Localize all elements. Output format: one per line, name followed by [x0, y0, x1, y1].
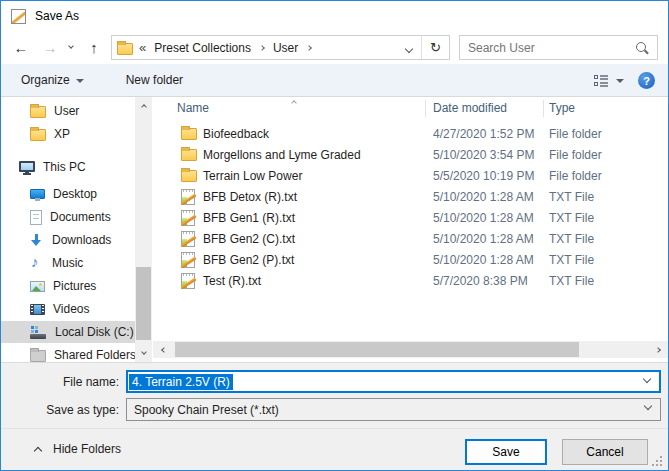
sidebar-item-music[interactable]: Music: [1, 252, 135, 274]
file-rows: Biofeedback4/27/2020 1:52 PMFile folder …: [153, 124, 668, 292]
command-toolbar: Organize New folder ?: [1, 64, 668, 97]
file-list: Name Date modified Type Biofeedback4/27/…: [153, 97, 668, 362]
folder-icon: [117, 43, 133, 55]
scroll-up-icon[interactable]: [135, 97, 152, 114]
text-file-icon: [181, 231, 195, 247]
breadcrumb-user[interactable]: User: [269, 41, 302, 55]
explorer-content: User XP This PC Desktop Documents Downlo…: [1, 97, 668, 363]
title-bar: Save As: [1, 1, 668, 31]
chevron-right-icon[interactable]: [306, 45, 312, 51]
chevron-down-icon[interactable]: [644, 402, 652, 410]
sidebar-item-downloads[interactable]: Downloads: [1, 229, 135, 251]
breadcrumb-overflow-icon[interactable]: «: [139, 40, 146, 55]
folder-icon: [30, 106, 46, 118]
video-icon: [30, 304, 45, 315]
list-horizontal-scrollbar[interactable]: [153, 341, 668, 358]
resize-grip[interactable]: [660, 464, 662, 466]
app-pencil-icon: [11, 9, 26, 24]
sidebar-item-local-disk-c[interactable]: Local Disk (C:): [1, 321, 135, 343]
dialog-footer: Hide Folders Save Cancel: [1, 428, 668, 471]
sidebar-item-shared-folders[interactable]: Shared Folders: [1, 344, 135, 362]
text-file-icon: [181, 273, 195, 289]
computer-icon: [19, 161, 35, 172]
help-icon[interactable]: ?: [638, 72, 655, 89]
window-title: Save As: [35, 9, 79, 23]
file-name-label: File name:: [7, 375, 119, 389]
folder-icon: [30, 350, 46, 362]
save-as-type-select[interactable]: Spooky Chain Preset (*.txt): [126, 398, 661, 421]
file-row[interactable]: BFB Detox (R).txt5/10/2020 1:28 AMTXT Fi…: [153, 187, 668, 208]
file-row[interactable]: Biofeedback4/27/2020 1:52 PMFile folder: [153, 124, 668, 145]
file-row[interactable]: BFB Gen2 (C).txt5/10/2020 1:28 AMTXT Fil…: [153, 229, 668, 250]
save-as-type-label: Save as type:: [7, 403, 119, 417]
sidebar-vertical-scrollbar[interactable]: [135, 97, 152, 362]
disk-icon: [30, 326, 47, 339]
chevron-up-icon: [34, 446, 42, 454]
sidebar-item-desktop[interactable]: Desktop: [1, 183, 135, 205]
caret-down-icon: [76, 79, 84, 83]
sidebar-item-user[interactable]: User: [1, 100, 135, 122]
address-bar[interactable]: « Preset Collections User ↻: [111, 35, 450, 60]
text-file-icon: [181, 210, 195, 226]
up-button[interactable]: ↑: [81, 31, 107, 64]
refresh-icon[interactable]: ↻: [422, 40, 449, 55]
file-name-selected-text: 4. Terrain 2.5V (R): [129, 374, 233, 390]
sidebar-item-videos[interactable]: Videos: [1, 298, 135, 320]
column-divider[interactable]: [425, 100, 426, 117]
details-view-icon: [594, 75, 609, 87]
file-row[interactable]: BFB Gen1 (R).txt5/10/2020 1:28 AMTXT Fil…: [153, 208, 668, 229]
new-folder-button[interactable]: New folder: [118, 67, 191, 93]
search-box[interactable]: [459, 35, 658, 60]
folder-icon: [181, 149, 197, 161]
cancel-button[interactable]: Cancel: [562, 439, 648, 465]
organize-button[interactable]: Organize: [13, 67, 92, 93]
file-row[interactable]: Test (R).txt5/7/2020 8:38 PMTXT File: [153, 271, 668, 292]
scroll-down-icon[interactable]: [135, 345, 152, 362]
scrollbar-thumb[interactable]: [175, 342, 579, 357]
document-icon: [30, 210, 42, 225]
text-file-icon: [181, 189, 195, 205]
change-view-button[interactable]: [594, 75, 624, 87]
sidebar-item-this-pc[interactable]: This PC: [1, 156, 135, 178]
folder-icon: [181, 128, 197, 140]
folder-icon: [30, 129, 46, 141]
navigation-bar: ← → ↑ « Preset Collections User ↻: [1, 31, 668, 64]
folder-icon: [181, 170, 197, 182]
save-as-dialog: Save As ← → ↑ « Preset Collections User …: [0, 0, 669, 471]
desktop-icon: [30, 189, 45, 199]
chevron-down-icon[interactable]: [643, 375, 651, 383]
download-arrow-icon: [30, 233, 44, 248]
file-name-input[interactable]: 4. Terrain 2.5V (R): [126, 370, 661, 393]
search-input[interactable]: [460, 41, 633, 55]
file-row[interactable]: Terrain Low Power5/5/2020 10:19 PMFile f…: [153, 166, 668, 187]
save-button[interactable]: Save: [465, 439, 547, 465]
column-header-type[interactable]: Type: [549, 101, 575, 115]
sidebar-item-xp[interactable]: XP: [1, 123, 135, 145]
address-dropdown-chevron-icon[interactable]: [397, 41, 421, 55]
sort-ascending-icon: [291, 100, 297, 106]
column-headers: Name Date modified Type: [153, 97, 668, 121]
sidebar-item-pictures[interactable]: Pictures: [1, 275, 135, 297]
save-as-type-value: Spooky Chain Preset (*.txt): [134, 403, 279, 417]
back-button[interactable]: ←: [7, 31, 35, 64]
hide-folders-button[interactable]: Hide Folders: [35, 442, 121, 456]
column-divider[interactable]: [543, 100, 544, 117]
file-row[interactable]: BFB Gen2 (P).txt5/10/2020 1:28 AMTXT Fil…: [153, 250, 668, 271]
toolbar-right-group: ?: [594, 64, 668, 97]
forward-button[interactable]: →: [37, 31, 63, 64]
breadcrumb-preset-collections[interactable]: Preset Collections: [150, 41, 255, 55]
music-note-icon: [30, 255, 44, 271]
recent-locations-chevron-icon[interactable]: [63, 31, 79, 64]
sidebar-item-documents[interactable]: Documents: [1, 206, 135, 228]
search-icon[interactable]: [633, 40, 651, 56]
scroll-left-icon[interactable]: [155, 341, 172, 358]
scroll-right-icon[interactable]: [649, 341, 666, 358]
organize-label: Organize: [21, 73, 70, 87]
chevron-right-icon[interactable]: [259, 45, 265, 51]
column-header-name[interactable]: Name: [177, 101, 209, 115]
scrollbar-thumb[interactable]: [136, 267, 151, 340]
caret-down-icon: [616, 79, 624, 83]
save-fields-panel: File name: 4. Terrain 2.5V (R) Save as t…: [1, 363, 668, 428]
file-row[interactable]: Morgellons and Lyme Graded5/10/2020 3:54…: [153, 145, 668, 166]
column-header-date-modified[interactable]: Date modified: [433, 101, 507, 115]
